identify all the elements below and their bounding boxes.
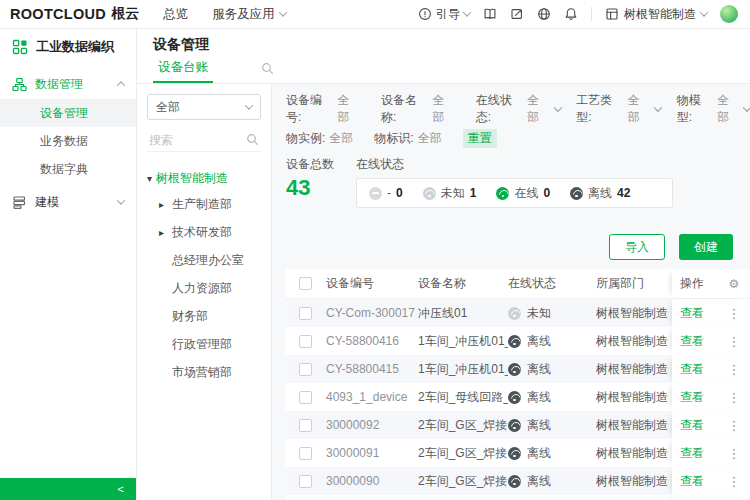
collapse-tree-icon[interactable]: ▾ [147, 173, 152, 184]
tab-search-icon[interactable] [261, 62, 274, 83]
topbar-divider [591, 7, 592, 21]
sidebar: 工业数据编织 数据管理 设备管理 业务数据 数据字典 建模 [0, 29, 137, 500]
tree-filter-select[interactable]: 全部 [147, 94, 261, 120]
table-row: CY-Com-300017 冲压线01 未知 树根智能制造 查看 ⋮ [286, 299, 750, 327]
topbar: ROOTCLOUD 根云 总览 服务及应用 引导 [0, 0, 750, 29]
tree-node-label: 行政管理部 [172, 336, 232, 353]
view-link[interactable]: 查看 [680, 417, 704, 434]
more-icon[interactable]: ⋮ [728, 306, 741, 321]
gear-icon[interactable]: ⚙ [729, 277, 740, 291]
tab-device-ledger[interactable]: 设备台账 [153, 59, 213, 83]
nav-services-apps[interactable]: 服务及应用 [212, 6, 286, 23]
tree-node[interactable]: ▸ 生产制造部 [147, 190, 261, 218]
import-button[interactable]: 导入 [609, 234, 665, 260]
filter-item[interactable]: 工艺类型: 全部 [576, 92, 660, 126]
status-text: 离线 [527, 473, 551, 490]
row-actions: 查看 ⋮ [672, 495, 750, 500]
tab-bar: 设备台账 [153, 61, 750, 83]
app-grid-icon [12, 39, 28, 55]
row-checkbox[interactable] [299, 475, 312, 488]
brand-logo[interactable]: ROOTCLOUD 根云 [10, 5, 139, 23]
status-icon [570, 187, 583, 200]
edit-square-icon[interactable] [510, 7, 524, 21]
more-icon[interactable]: ⋮ [728, 474, 741, 489]
org-selector[interactable]: 树根智能制造 [605, 6, 707, 23]
more-icon[interactable]: ⋮ [728, 390, 741, 405]
sidebar-item-business-data[interactable]: 业务数据 [0, 127, 136, 155]
filter-item[interactable]: 物标识: 全部 [374, 130, 446, 147]
sidebar-collapse-bar[interactable]: < [0, 478, 136, 500]
guide-menu[interactable]: 引导 [418, 6, 470, 23]
more-icon[interactable]: ⋮ [728, 418, 741, 433]
docs-book-icon[interactable] [483, 7, 497, 21]
filter-item[interactable]: 在线状态: 全部 [476, 92, 560, 126]
filter-label: 工艺类型: [576, 92, 624, 126]
tree-node[interactable]: ▸ 总经理办公室 [147, 246, 261, 274]
row-checkbox[interactable] [299, 335, 312, 348]
filter-item[interactable]: 物模型: 全部 [677, 92, 750, 126]
table-header: 设备编号 设备名称 在线状态 所属部门 操作 ⚙ [286, 269, 750, 299]
tree-node[interactable]: ▸ 行政管理部 [147, 330, 261, 358]
chevron-down-icon[interactable] [654, 103, 662, 111]
filter-label: 物模型: [677, 92, 713, 126]
more-icon[interactable]: ⋮ [728, 334, 741, 349]
col-actions: 操作 [672, 269, 718, 298]
more-icon[interactable]: ⋮ [728, 446, 741, 461]
status-legend: - 0 未知 1 在线 0 离线 42 [356, 178, 673, 208]
filter-item[interactable]: 设备编号: 全部 [286, 92, 365, 126]
row-checkbox[interactable] [299, 419, 312, 432]
view-link[interactable]: 查看 [680, 333, 704, 350]
tree-node[interactable]: ▸ 人力资源部 [147, 274, 261, 302]
tree-search-input[interactable] [149, 133, 246, 147]
cell-department: 树根智能制造 [596, 439, 668, 467]
expand-icon[interactable]: ▸ [159, 199, 169, 210]
filter-value: 全部 [432, 92, 454, 126]
nav-overview[interactable]: 总览 [163, 6, 188, 23]
status-text: 离线 [527, 417, 551, 434]
cell-device-name: 1车间_冲压机01_... [418, 355, 508, 383]
cell-device-id: 4093_1_device [326, 383, 418, 411]
view-link[interactable]: 查看 [680, 389, 704, 406]
col-device-id: 设备编号 [326, 269, 418, 298]
tree-node[interactable]: ▸ 技术研发部 [147, 218, 261, 246]
bell-icon[interactable] [564, 7, 578, 21]
chevron-up-icon [117, 81, 125, 89]
sidebar-item-device-management[interactable]: 设备管理 [0, 99, 136, 127]
page-header: 设备管理 设备台账 [137, 29, 750, 84]
row-checkbox[interactable] [299, 363, 312, 376]
view-link[interactable]: 查看 [680, 445, 704, 462]
filter-item[interactable]: 物实例: 全部 [286, 130, 358, 147]
sidebar-group-modeling[interactable]: 建模 [0, 187, 136, 217]
status-name: - [387, 186, 391, 200]
create-button[interactable]: 创建 [679, 234, 733, 260]
globe-icon[interactable] [537, 7, 551, 21]
stats: 设备总数 43 在线状态 - 0 未知 1 在线 0 离线 42 [286, 156, 750, 208]
chevron-down-icon[interactable] [553, 103, 561, 111]
filter-value: 全部 [329, 130, 353, 147]
tree-node[interactable]: ▸ 财务部 [147, 302, 261, 330]
status-text: 离线 [527, 445, 551, 462]
table-row: 30000089 2车间_H区_焊接... 离线 树根智能制造 查看 ⋮ [286, 495, 750, 500]
row-checkbox[interactable] [299, 447, 312, 460]
expand-icon[interactable]: ▸ [159, 227, 169, 238]
row-checkbox[interactable] [299, 307, 312, 320]
view-link[interactable]: 查看 [680, 361, 704, 378]
status-count: 1 [470, 186, 477, 200]
view-link[interactable]: 查看 [680, 305, 704, 322]
tree-node[interactable]: ▸ 市场营销部 [147, 358, 261, 386]
org-icon [605, 7, 619, 21]
row-checkbox[interactable] [299, 391, 312, 404]
view-link[interactable]: 查看 [680, 473, 704, 490]
avatar[interactable] [720, 5, 738, 23]
sidebar-item-data-dictionary[interactable]: 数据字典 [0, 155, 136, 183]
filter-label: 设备编号: [286, 92, 334, 126]
row-actions: 查看 ⋮ [672, 355, 750, 383]
status-icon [508, 335, 521, 348]
more-icon[interactable]: ⋮ [728, 362, 741, 377]
tree-root-node[interactable]: ▾ 树根智能制造 [147, 166, 261, 190]
sidebar-group-data-management[interactable]: 数据管理 [0, 69, 136, 99]
filter-item[interactable]: 设备名称: 全部 [381, 92, 460, 126]
reset-filters-button[interactable]: 重置 [463, 129, 497, 148]
chevron-down-icon[interactable] [743, 103, 750, 111]
select-all-checkbox[interactable] [299, 277, 312, 290]
